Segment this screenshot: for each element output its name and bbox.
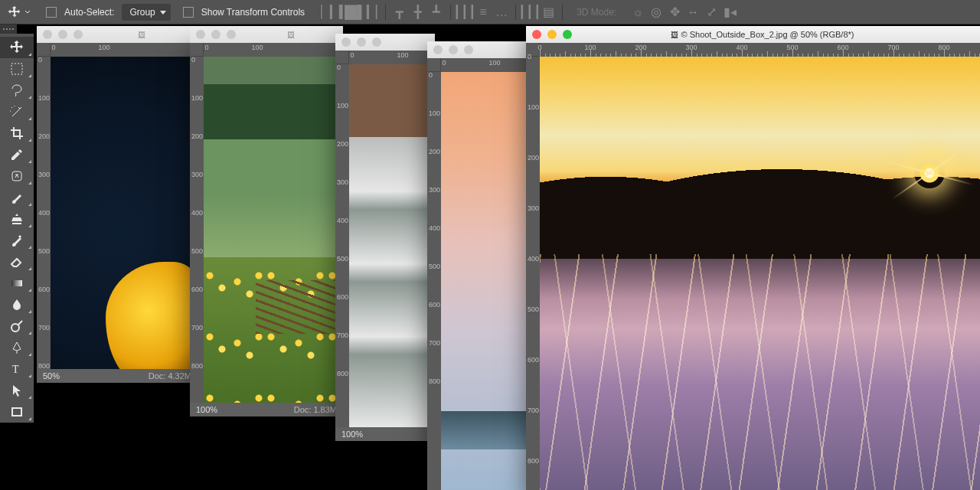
document-window-5[interactable]: 🖼© Shoot_Outside_Box_2.jpg @ 50% (RGB/8*… [526, 26, 980, 490]
camera-3d-icon[interactable]: ▮◂ [720, 3, 739, 21]
window-title: 🖼 [89, 30, 198, 39]
align-right-icon[interactable]: ▍▎▏ [362, 3, 381, 21]
tool-lasso[interactable] [0, 80, 34, 101]
tool-type[interactable]: T [0, 358, 34, 380]
svg-rect-2 [11, 280, 22, 286]
show-transform-label: Show Transform Controls [198, 7, 308, 18]
zoom-icon[interactable] [563, 30, 572, 39]
document-window-2[interactable]: 🖼 0100 0100200300400500600700800 100% Do… [190, 43, 343, 416]
traffic-lights[interactable] [37, 30, 89, 39]
auto-align-icon[interactable]: ▤ [539, 3, 557, 21]
move-icon [8, 5, 21, 19]
chevron-down-icon [24, 9, 31, 15]
ruler-horizontal[interactable]: 0100 [427, 58, 539, 72]
window-titlebar[interactable] [427, 41, 539, 58]
tool-history-brush[interactable] [0, 230, 34, 251]
window-titlebar[interactable] [335, 34, 435, 51]
tool-eraser[interactable] [0, 251, 34, 273]
minimize-icon[interactable] [547, 30, 557, 39]
traffic-lights[interactable] [526, 30, 578, 39]
tool-path-select[interactable] [0, 380, 34, 401]
doc-size: Doc: 1.83M [294, 405, 337, 414]
doc-size: Doc: 4.32M [149, 371, 191, 381]
document-canvas[interactable] [349, 64, 435, 427]
document-window-3[interactable]: 0100 0100200300400500600700800 100% [335, 34, 435, 441]
toolbar-grip[interactable] [0, 24, 17, 34]
ruler-horizontal[interactable]: 0100 [335, 51, 435, 64]
align-vcenter-icon[interactable]: ╋ [409, 3, 427, 21]
auto-select-dropdown[interactable]: Group [122, 4, 170, 21]
tool-healing-brush[interactable] [0, 165, 34, 187]
align-bottom-icon[interactable]: ┻ [427, 3, 446, 21]
document-canvas[interactable] [540, 57, 980, 490]
ruler-vertical[interactable]: 0100200300400500600700800 [37, 57, 51, 369]
svg-rect-5 [12, 408, 21, 416]
window-title: 🖼 [242, 30, 343, 39]
tool-magic-wand[interactable] [0, 101, 34, 122]
tool-clone-stamp[interactable] [0, 208, 34, 230]
window-titlebar[interactable]: 🖼 [37, 26, 198, 43]
status-bar: 100% [335, 427, 435, 441]
document-canvas[interactable] [204, 57, 343, 403]
document-canvas[interactable] [51, 57, 198, 369]
roll-3d-icon[interactable]: ◎ [647, 3, 665, 21]
status-bar: 50% Doc: 4.32M [37, 369, 198, 383]
ruler-vertical[interactable]: 0100200300400500600700800 [190, 57, 204, 403]
ruler-horizontal[interactable]: 0100 [190, 43, 343, 57]
document-window-4[interactable]: 0100 0100200300400500600700800 [427, 41, 539, 490]
traffic-lights[interactable] [427, 45, 479, 54]
close-icon[interactable] [532, 30, 541, 39]
svg-point-3 [11, 324, 19, 332]
mode-3d-tools: ☼ ◎ ✥ ↔ ⤢ ▮◂ [629, 3, 739, 21]
distribute-v-icon[interactable]: ≡ [474, 3, 492, 21]
more-align-icon[interactable]: … [492, 3, 511, 21]
tool-marquee[interactable] [0, 58, 34, 80]
svg-rect-1 [12, 172, 21, 181]
align-tools: ▏▎▍ ▐█▌ ▍▎▏ ┳ ╋ ┻ ┃┃┃ ≡ … ┃┃┃ ▤ [315, 3, 567, 21]
ruler-vertical[interactable]: 0100200300400500600700800900 [526, 57, 540, 490]
tool-brush[interactable] [0, 187, 34, 208]
align-top-icon[interactable]: ┳ [390, 3, 409, 21]
distribute-3-icon[interactable]: ┃┃┃ [521, 3, 539, 21]
zoom-level[interactable]: 100% [196, 405, 217, 414]
tools-panel: T [0, 34, 34, 423]
orbit-3d-icon[interactable]: ☼ [629, 3, 647, 21]
zoom-level[interactable]: 100% [341, 430, 363, 439]
tool-rectangle[interactable] [0, 401, 34, 423]
tool-dodge[interactable] [0, 315, 34, 337]
tool-pen[interactable] [0, 337, 34, 358]
window-titlebar[interactable]: 🖼© Shoot_Outside_Box_2.jpg @ 50% (RGB/8*… [526, 26, 980, 43]
svg-rect-0 [11, 64, 22, 74]
traffic-lights[interactable] [190, 30, 242, 39]
ruler-horizontal[interactable]: 0100200300400500600700800900100011001200 [526, 43, 980, 57]
slide-3d-icon[interactable]: ↔ [684, 3, 702, 21]
mode-3d-label: 3D Mode: [567, 7, 621, 18]
options-bar: Auto-Select: Group Show Transform Contro… [0, 0, 980, 24]
tool-eyedropper[interactable] [0, 144, 34, 165]
show-transform-checkbox[interactable] [183, 7, 194, 18]
pan-3d-icon[interactable]: ✥ [665, 3, 684, 21]
distribute-h-icon[interactable]: ┃┃┃ [456, 3, 474, 21]
ruler-vertical[interactable]: 0100200300400500600700800 [427, 72, 441, 490]
window-title: 🖼© Shoot_Outside_Box_2.jpg @ 50% (RGB/8*… [578, 30, 946, 39]
auto-select-label: Auto-Select: [61, 7, 117, 18]
tool-move[interactable] [0, 37, 34, 58]
tool-crop[interactable] [0, 122, 34, 144]
traffic-lights[interactable] [335, 38, 387, 47]
svg-text:T: T [12, 364, 19, 375]
scale-3d-icon[interactable]: ⤢ [702, 3, 720, 21]
ruler-vertical[interactable]: 0100200300400500600700800 [335, 64, 349, 427]
document-window-1[interactable]: 🖼 0100 0100200300400500600700800 50% Doc… [37, 26, 198, 383]
status-bar: 100% Doc: 1.83M [190, 403, 343, 416]
tool-gradient[interactable] [0, 273, 34, 294]
zoom-level[interactable]: 50% [43, 371, 60, 381]
document-canvas[interactable] [441, 72, 539, 490]
auto-select-checkbox[interactable] [46, 7, 57, 18]
ruler-horizontal[interactable]: 0100 [37, 43, 198, 57]
window-titlebar[interactable]: 🖼 [190, 26, 343, 43]
tool-blur[interactable] [0, 294, 34, 315]
current-tool-chip[interactable] [3, 5, 35, 19]
